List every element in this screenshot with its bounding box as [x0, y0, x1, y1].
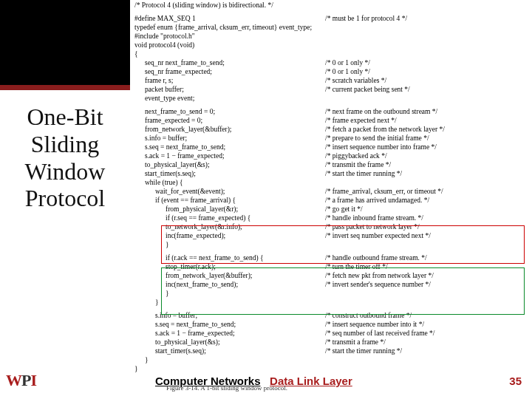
title-line: One-Bit [0, 103, 130, 131]
code-comment: /* insert sequence number into it */ [325, 321, 424, 330]
code-line: inc(next_frame_to_send); [134, 281, 238, 288]
logo-letter: W [6, 371, 21, 389]
code-comment: /* invert seq number expected next */ [325, 232, 431, 241]
slide-title: One-Bit Sliding Window Protocol [0, 103, 130, 212]
code-line: s.info = buffer; [134, 134, 187, 142]
code-comment: /* scratch variables */ [325, 77, 386, 86]
code-comment: /* invert sender's sequence number */ [325, 281, 431, 290]
code-line: stop_timer(r.ack); [134, 263, 216, 270]
code-line: to_physical_layer(&s); [134, 338, 220, 346]
code-line: from_physical_layer(&r); [134, 205, 238, 213]
title-line: Protocol [0, 185, 130, 212]
code-comment: /* go get it */ [325, 205, 363, 214]
code-comment: /* construct outbound frame */ [325, 312, 412, 321]
code-line: to_network_layer(&r.info); [134, 223, 242, 231]
code-line: s.info = buffer; [134, 312, 197, 319]
code-comment: /* turn the timer off */ [325, 263, 388, 272]
code-comment: /* prepare to send the initial frame */ [325, 134, 429, 143]
code-comment: /* transmit the frame */ [325, 161, 391, 170]
code-line: while (true) { [134, 179, 183, 186]
code-comment: /* frame_arrival, cksum_err, or timeout … [325, 188, 443, 197]
code-comment: /* next frame on the outbound stream */ [325, 108, 437, 117]
wpi-logo: WPI [6, 371, 36, 390]
code-line: to_physical_layer(&s); [134, 161, 210, 168]
code-line: } [134, 299, 159, 306]
code-comment: /* 0 or 1 only */ [325, 59, 370, 68]
code-line: event_type event; [134, 95, 194, 102]
code-line: frame r, s; [134, 77, 173, 84]
code-line: start_timer(s.seq); [134, 170, 196, 177]
code-comment: /* piggybacked ack */ [325, 152, 387, 161]
code-line: #define MAX_SEQ 1 [134, 15, 196, 22]
code-comment: /* handle outbound frame stream. */ [325, 254, 427, 263]
code-line: seq_nr frame_expected; [134, 68, 212, 75]
code-comment: /* seq number of last received frame */ [325, 330, 435, 338]
corner-box [0, 0, 130, 85]
code-comment: /* must be 1 for protocol 4 */ [325, 15, 407, 24]
title-line: Sliding [0, 131, 130, 158]
code-comment: /* fetch new pkt from network layer */ [325, 272, 434, 281]
footer: WPI Computer Networks Data Link Layer Fi… [0, 369, 532, 392]
code-comment: /* transmit a frame */ [325, 338, 386, 347]
code-comment: /* 0 or 1 only */ [325, 68, 370, 77]
code-comment: /* fetch a packet from the network layer… [325, 126, 445, 134]
code-line: s.seq = next_frame_to_send; [134, 321, 236, 328]
code-line: #include "protocol.h" [134, 33, 195, 40]
code-line: if (r.seq == frame_expected) { [134, 214, 250, 222]
code-line: s.seq = next_frame_to_send; [134, 143, 225, 151]
code-line: next_frame_to_send = 0; [134, 108, 215, 115]
figure-caption: Figure 3-14. A 1-bit sliding window prot… [166, 384, 287, 392]
code-line: wait_for_event(&event); [134, 188, 225, 195]
code-line: typedef enum {frame_arrival, cksum_err, … [134, 24, 312, 31]
code-line: } [134, 241, 169, 248]
accent-bar [0, 85, 130, 90]
logo-letter: I [30, 371, 36, 389]
code-line: from_network_layer(&buffer); [134, 272, 252, 279]
code-line: seq_nr next_frame_to_send; [134, 59, 225, 66]
code-line: inc(frame_expected); [134, 232, 225, 239]
code-comment: /* insert sequence number into frame */ [325, 143, 437, 152]
code-comment: /* handle inbound frame stream. */ [325, 214, 423, 223]
code-line: start_timer(s.seq); [134, 347, 206, 355]
code-line: { [134, 50, 138, 58]
code-line: s.ack = 1 − frame_expected; [134, 152, 225, 160]
code-comment: /* a frame has arrived undamaged. */ [325, 197, 429, 205]
code-line: /* Protocol 4 (sliding window) is bidire… [134, 1, 273, 9]
code-line: packet buffer; [134, 86, 184, 93]
code-line: frame_expected = 0; [134, 117, 202, 124]
code-line: from_network_layer(&buffer); [134, 126, 231, 133]
code-comment: /* start the timer running */ [325, 347, 402, 356]
code-line: if (r.ack == next_frame_to_send) { [134, 254, 264, 262]
code-comment: /* pass packet to network layer */ [325, 223, 420, 232]
logo-letter: P [21, 371, 30, 389]
title-line: Window [0, 158, 130, 185]
code-line: } [134, 356, 149, 364]
code-line: } [134, 290, 169, 297]
code-comment: /* current packet being sent */ [325, 86, 410, 95]
code-line: s.ack = 1 − frame_expected; [134, 330, 235, 337]
page-number: 35 [509, 375, 522, 387]
code-listing: /* Protocol 4 (sliding window) is bidire… [134, 1, 526, 374]
code-comment: /* start the timer running */ [325, 170, 402, 179]
code-comment: /* frame expected next */ [325, 117, 397, 126]
code-line: if (event == frame_arrival) { [134, 197, 236, 204]
code-line: void protocol4 (void) [134, 41, 194, 49]
